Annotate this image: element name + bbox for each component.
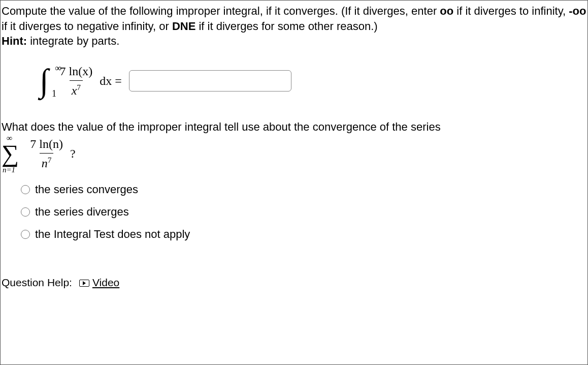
option-label: the series converges — [35, 182, 138, 197]
integrand-denominator: x7 — [70, 80, 83, 99]
hint-text: integrate by parts. — [27, 35, 119, 47]
sigma-sign: ∑ ∞ n=1 — [2, 141, 19, 166]
series-question: What does the value of the improper inte… — [2, 119, 586, 246]
problem-prompt: Compute the value of the following impro… — [2, 4, 586, 49]
series-fraction: 7 ln(n) n7 — [28, 136, 65, 172]
video-link-text: Video — [92, 276, 119, 290]
integral-sign: ∫ ∞ 1 — [40, 65, 49, 97]
series-numerator: 7 ln(n) — [28, 136, 65, 153]
integrand-fraction: 7 ln(x) x7 — [58, 63, 95, 99]
option-diverges[interactable]: the series diverges — [21, 201, 586, 223]
integral-expression: ∫ ∞ 1 7 ln(x) x7 dx = — [40, 63, 586, 99]
video-icon — [79, 280, 89, 287]
radio-converges[interactable] — [21, 185, 30, 194]
integral-lower-bound: 1 — [52, 89, 56, 98]
option-label: the series diverges — [35, 204, 129, 220]
question-mark: ? — [70, 145, 76, 162]
prompt-dne: DNE — [172, 20, 195, 33]
radio-diverges[interactable] — [21, 207, 30, 217]
option-label: the Integral Test does not apply — [35, 227, 190, 242]
integrand-numerator: 7 ln(x) — [58, 63, 95, 80]
prompt-text: if it diverges for some other reason.) — [195, 20, 377, 33]
dx-equals: dx = — [100, 73, 122, 89]
hint-label: Hint: — [2, 35, 27, 47]
option-converges[interactable]: the series converges — [21, 178, 586, 201]
series-question-text: What does the value of the improper inte… — [2, 119, 586, 135]
sigma-lower: n=1 — [3, 166, 15, 174]
option-not-apply[interactable]: the Integral Test does not apply — [21, 223, 586, 246]
integral-upper-bound: ∞ — [55, 64, 61, 73]
question-help-label: Question Help: — [2, 276, 72, 290]
radio-options: the series converges the series diverges… — [21, 178, 586, 245]
prompt-neg-oo: -oo — [569, 5, 586, 17]
sigma-upper: ∞ — [7, 134, 12, 142]
prompt-text: if it diverges to negative infinity, or — [2, 20, 172, 33]
video-help-link[interactable]: Video — [79, 276, 119, 290]
prompt-text: if it diverges to infinity, — [453, 5, 569, 17]
series-denominator: n7 — [40, 153, 54, 171]
prompt-oo: oo — [440, 5, 453, 17]
integral-answer-input[interactable] — [129, 70, 291, 92]
radio-not-apply[interactable] — [21, 230, 30, 239]
question-help-row: Question Help: Video — [2, 276, 586, 290]
prompt-text: Compute the value of the following impro… — [2, 5, 440, 17]
